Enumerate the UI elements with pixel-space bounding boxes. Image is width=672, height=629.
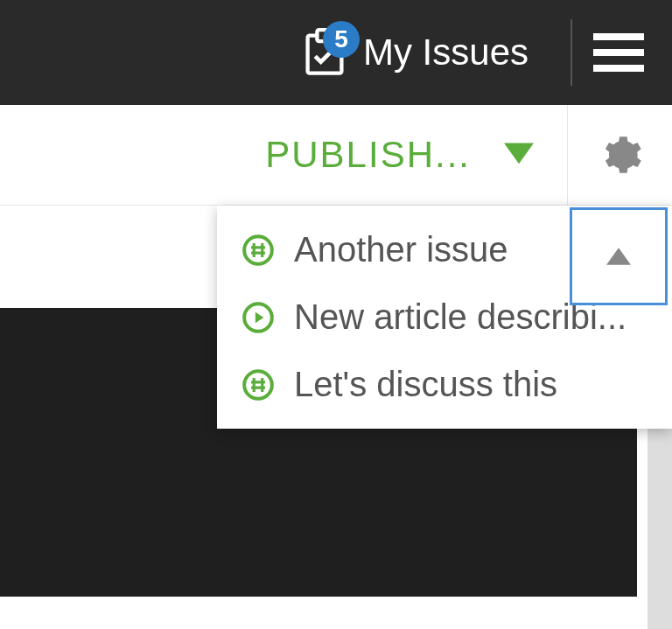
topbar-divider <box>570 19 572 86</box>
hash-icon <box>242 368 275 402</box>
svg-point-3 <box>244 236 272 264</box>
issues-count-badge: 5 <box>323 21 360 58</box>
my-issues-label: My Issues <box>363 31 528 73</box>
dropdown-item-discuss[interactable]: Let's discuss this <box>217 351 672 418</box>
dropdown-item-label: Another issue <box>294 230 508 269</box>
gear-icon <box>598 133 642 177</box>
publish-dropdown-button[interactable]: PUBLISH... <box>265 134 567 176</box>
svg-point-6 <box>244 371 272 399</box>
caret-down-icon <box>504 134 534 176</box>
hamburger-menu-icon[interactable] <box>593 33 644 72</box>
svg-marker-7 <box>606 248 631 265</box>
triangle-up-icon <box>606 247 631 266</box>
svg-marker-2 <box>504 143 534 164</box>
topbar: 5 My Issues <box>0 0 672 105</box>
settings-button[interactable] <box>567 105 672 206</box>
play-icon <box>242 301 275 334</box>
clipboard-icon: 5 <box>302 28 347 77</box>
scroll-up-button[interactable] <box>570 207 668 305</box>
hash-icon <box>242 234 275 267</box>
dropdown-item-label: Let's discuss this <box>294 365 557 404</box>
action-bar: PUBLISH... <box>0 105 672 206</box>
publish-label: PUBLISH... <box>265 134 471 176</box>
my-issues-button[interactable]: 5 My Issues <box>302 28 528 77</box>
svg-marker-5 <box>256 311 264 323</box>
